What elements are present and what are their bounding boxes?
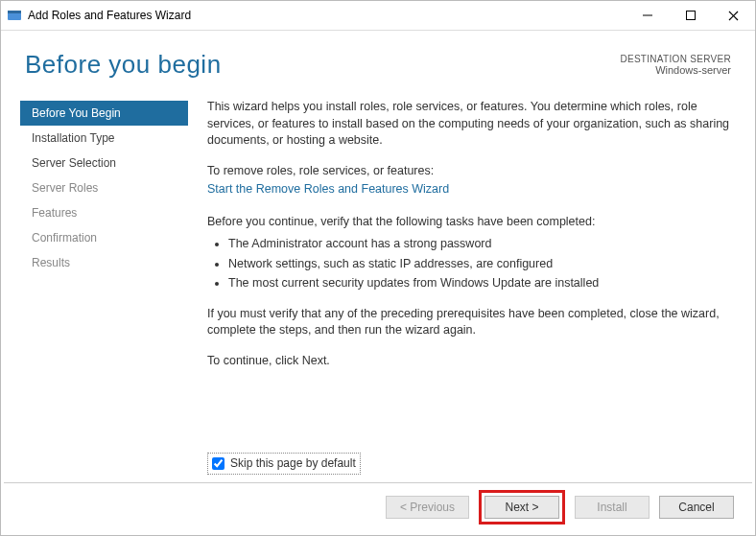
window-controls (626, 2, 755, 30)
prereq-item: The Administrator account has a strong p… (228, 236, 736, 253)
prereq-item: Network settings, such as static IP addr… (228, 256, 736, 273)
cancel-button[interactable]: Cancel (659, 496, 734, 519)
sidebar-item-server-selection[interactable]: Server Selection (20, 151, 188, 175)
close-button[interactable] (712, 2, 755, 30)
remove-wizard-link[interactable]: Start the Remove Roles and Features Wiza… (207, 181, 736, 198)
titlebar: Add Roles and Features Wizard (1, 1, 755, 31)
sidebar: Before You Begin Installation Type Serve… (20, 99, 188, 482)
minimize-button[interactable] (626, 2, 669, 30)
wizard-window: Add Roles and Features Wizard Before you… (0, 0, 756, 536)
sidebar-item-server-roles: Server Roles (20, 175, 188, 200)
sidebar-item-confirmation: Confirmation (20, 225, 188, 250)
skip-page-row[interactable]: Skip this page by default (207, 453, 361, 475)
app-icon (7, 8, 22, 23)
sidebar-item-features: Features (20, 200, 188, 225)
content: This wizard helps you install roles, rol… (188, 99, 736, 482)
page-title: Before you begin (25, 50, 222, 80)
next-button-highlight: Next > (479, 490, 565, 524)
destination-label: DESTINATION SERVER (620, 54, 731, 64)
skip-page-checkbox[interactable] (212, 457, 224, 470)
sidebar-item-before-you-begin[interactable]: Before You Begin (20, 101, 188, 126)
install-button: Install (575, 496, 650, 519)
footer: < Previous Next > Install Cancel (1, 483, 755, 531)
skip-page-label: Skip this page by default (230, 455, 356, 472)
next-button[interactable]: Next > (484, 496, 559, 519)
maximize-button[interactable] (669, 2, 712, 30)
intro-text: This wizard helps you install roles, rol… (207, 99, 736, 150)
destination-server: Windows-server (620, 64, 731, 76)
sidebar-item-results: Results (20, 250, 188, 275)
prereq-list: The Administrator account has a strong p… (207, 236, 736, 292)
destination-info: DESTINATION SERVER Windows-server (620, 50, 731, 76)
verify-note: If you must verify that any of the prece… (207, 306, 736, 339)
sidebar-item-installation-type[interactable]: Installation Type (20, 126, 188, 151)
body: Before You Begin Installation Type Serve… (1, 89, 755, 482)
header: Before you begin DESTINATION SERVER Wind… (1, 31, 755, 89)
previous-button: < Previous (386, 496, 469, 519)
remove-heading: To remove roles, role services, or featu… (207, 163, 736, 180)
verify-heading: Before you continue, verify that the fol… (207, 214, 736, 231)
svg-rect-1 (8, 11, 21, 13)
window-title: Add Roles and Features Wizard (28, 9, 191, 22)
prereq-item: The most current security updates from W… (228, 275, 736, 292)
continue-note: To continue, click Next. (207, 353, 736, 370)
svg-rect-3 (686, 12, 695, 20)
